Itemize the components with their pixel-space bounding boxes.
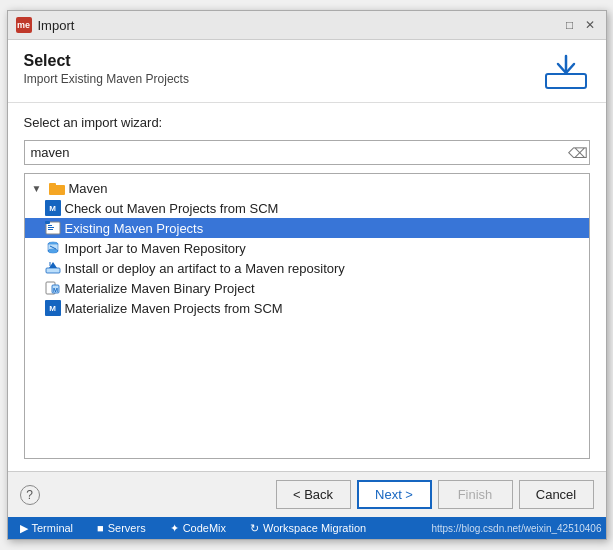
svg-rect-0: [546, 74, 586, 88]
search-row: ⌫: [24, 140, 590, 165]
svg-rect-13: [46, 268, 60, 273]
tree-item-label: Import Jar to Maven Repository: [65, 241, 246, 256]
svg-rect-8: [45, 221, 50, 224]
app-icon: me: [16, 17, 32, 33]
tree-item-label: Existing Maven Projects: [65, 221, 204, 236]
tree-container[interactable]: ▼ Maven M Check out Maven Projects from …: [24, 173, 590, 459]
folder-icon: [49, 180, 65, 196]
footer-bottom: ? < Back Next > Finish Cancel: [20, 480, 594, 509]
jar-icon: [45, 240, 61, 256]
servers-icon: ■: [97, 522, 104, 534]
tree-item-checkout[interactable]: M Check out Maven Projects from SCM: [25, 198, 589, 218]
footer-buttons: < Back Next > Finish Cancel: [276, 480, 594, 509]
footer-area: ? < Back Next > Finish Cancel: [8, 471, 606, 517]
tree-item-materialize-binary[interactable]: M Materialize Maven Binary Project: [25, 278, 589, 298]
tree-item-import-jar[interactable]: Import Jar to Maven Repository: [25, 238, 589, 258]
header-icon: [542, 52, 590, 92]
cancel-button[interactable]: Cancel: [519, 480, 594, 509]
title-bar: me Import □ ✕: [8, 11, 606, 40]
tree-item-existing[interactable]: Existing Maven Projects: [25, 218, 589, 238]
svg-rect-5: [48, 225, 52, 226]
tree-item-install[interactable]: Install or deploy an artifact to a Maven…: [25, 258, 589, 278]
maven-m-icon2: M: [45, 300, 61, 316]
next-button[interactable]: Next >: [357, 480, 432, 509]
status-servers[interactable]: ■ Servers: [89, 517, 154, 539]
header-title: Select: [24, 52, 189, 70]
status-codemix[interactable]: ✦ CodeMix: [162, 517, 234, 539]
svg-rect-6: [48, 227, 54, 228]
title-bar-left: me Import: [16, 17, 75, 33]
maven-m-icon: M: [45, 200, 61, 216]
status-workspace[interactable]: ↻ Workspace Migration: [242, 517, 374, 539]
workspace-icon: ↻: [250, 522, 259, 535]
tree-item-label: Materialize Maven Binary Project: [65, 281, 255, 296]
finish-button[interactable]: Finish: [438, 480, 513, 509]
maven-proj-icon: [45, 220, 61, 236]
dialog-title: Import: [38, 18, 75, 33]
header-subtitle: Import Existing Maven Projects: [24, 72, 189, 86]
wizard-label: Select an import wizard:: [24, 115, 590, 130]
codemix-icon: ✦: [170, 522, 179, 535]
header-text: Select Import Existing Maven Projects: [24, 52, 189, 86]
search-clear-button[interactable]: ⌫: [567, 142, 589, 164]
svg-rect-3: [49, 183, 56, 187]
help-button[interactable]: ?: [20, 485, 40, 505]
body-area: Select an import wizard: ⌫ ▼ Maven: [8, 103, 606, 471]
back-button[interactable]: < Back: [276, 480, 351, 509]
status-bar: ▶ Terminal ■ Servers ✦ CodeMix ↻ Workspa…: [8, 517, 606, 539]
mat-icon: M: [45, 280, 61, 296]
tree-item-materialize-scm[interactable]: M Materialize Maven Projects from SCM: [25, 298, 589, 318]
header-area: Select Import Existing Maven Projects: [8, 40, 606, 103]
tree-item-label: Materialize Maven Projects from SCM: [65, 301, 283, 316]
tree-item-label: Maven: [69, 181, 108, 196]
install-icon: [45, 260, 61, 276]
status-terminal[interactable]: ▶ Terminal: [12, 517, 82, 539]
svg-rect-7: [48, 229, 53, 230]
tree-item-label: Install or deploy an artifact to a Maven…: [65, 261, 345, 276]
expand-icon: ▼: [29, 180, 45, 196]
close-button[interactable]: ✕: [582, 17, 598, 33]
tree-item-label: Check out Maven Projects from SCM: [65, 201, 279, 216]
title-bar-controls: □ ✕: [562, 17, 598, 33]
svg-text:M: M: [53, 287, 58, 293]
terminal-icon: ▶: [20, 522, 28, 535]
status-link: https://blog.csdn.net/weixin_42510406: [431, 523, 601, 534]
import-dialog: me Import □ ✕ Select Import Existing Mav…: [7, 10, 607, 540]
minimize-button[interactable]: □: [562, 17, 578, 33]
search-input[interactable]: [25, 141, 567, 164]
tree-item-maven-folder[interactable]: ▼ Maven: [25, 178, 589, 198]
